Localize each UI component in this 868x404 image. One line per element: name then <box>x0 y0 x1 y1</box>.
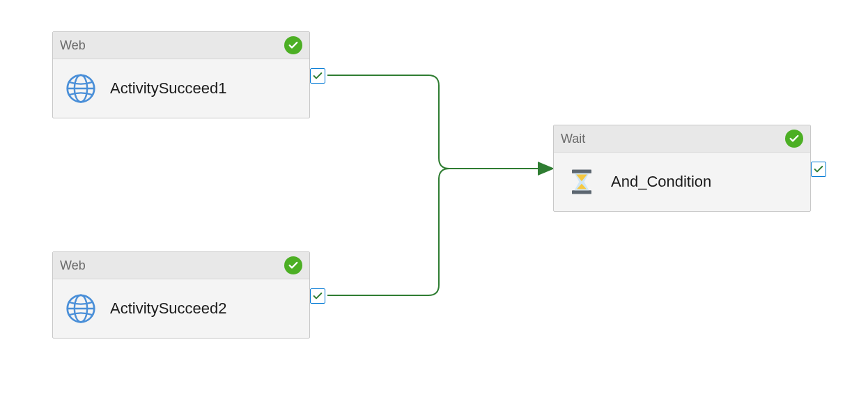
success-output-port[interactable] <box>310 68 325 84</box>
node-body: And_Condition <box>554 153 810 211</box>
node-header: Web <box>53 32 309 59</box>
edge-activity1-to-wait <box>327 75 552 169</box>
node-body: ActivitySucceed2 <box>53 279 309 338</box>
node-and-condition[interactable]: Wait And_Condition <box>553 125 811 212</box>
status-success-icon <box>284 36 302 54</box>
success-output-port[interactable] <box>811 162 826 177</box>
node-header: Web <box>53 252 309 279</box>
status-success-icon <box>785 130 803 148</box>
hourglass-icon <box>565 165 598 199</box>
svg-rect-8 <box>572 190 591 194</box>
node-name-label: ActivitySucceed1 <box>110 79 227 98</box>
status-success-icon <box>284 256 302 274</box>
globe-icon <box>64 72 98 105</box>
edge-activity2-to-wait <box>327 169 552 295</box>
pipeline-canvas: Web ActivitySucceed1 Web <box>0 0 868 404</box>
node-activity-succeed-2[interactable]: Web ActivitySucceed2 <box>52 251 310 339</box>
node-type-label: Wait <box>561 132 585 146</box>
globe-icon <box>64 292 98 325</box>
node-name-label: ActivitySucceed2 <box>110 300 227 318</box>
node-activity-succeed-1[interactable]: Web ActivitySucceed1 <box>52 31 310 118</box>
node-name-label: And_Condition <box>611 173 711 191</box>
svg-rect-7 <box>572 170 591 173</box>
node-type-label: Web <box>60 38 86 53</box>
success-output-port[interactable] <box>310 288 325 304</box>
node-header: Wait <box>554 125 810 153</box>
node-body: ActivitySucceed1 <box>53 59 309 118</box>
node-type-label: Web <box>60 258 86 273</box>
